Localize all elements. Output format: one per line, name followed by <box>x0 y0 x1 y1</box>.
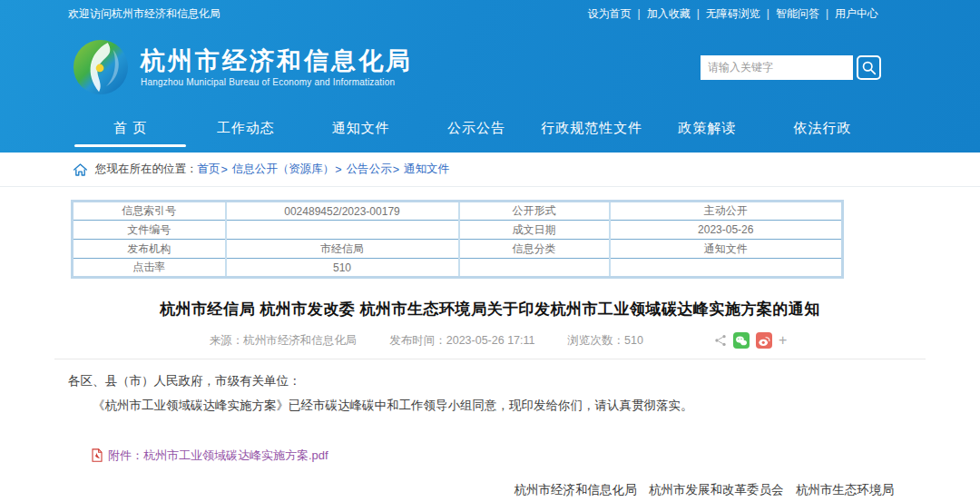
breadcrumb: 您现在所在的位置： 首页 > 信息公开（资源库） > 公告公示 > 通知文件 <box>0 153 980 187</box>
bureau-logo-icon <box>73 39 129 95</box>
signature-block: 杭州市经济和信息化局 杭州市发展和改革委员会 杭州市生态环境局 2023年5月1… <box>54 482 926 502</box>
info-label: 点击率 <box>73 259 226 278</box>
pdf-icon <box>91 448 103 462</box>
breadcrumb-separator: > <box>393 163 399 176</box>
info-label: 信息分类 <box>459 240 610 259</box>
utility-bar: 欢迎访问杭州市经济和信息化局 设为首页 | 加入收藏 | 无障碍浏览 | 智能问… <box>0 0 980 27</box>
banner: 杭州市经济和信息化局 Hangzhou Municipal Bureau of … <box>0 27 980 107</box>
home-icon <box>73 162 88 177</box>
nav-work-news[interactable]: 工作动态 <box>188 107 303 153</box>
more-share-icon[interactable]: + <box>779 333 787 348</box>
nav-announcements[interactable]: 公示公告 <box>418 107 534 153</box>
info-value: 通知文件 <box>610 240 843 259</box>
article-views: 浏览次数：510 <box>568 333 643 349</box>
breadcrumb-separator: > <box>335 163 341 176</box>
info-label: 信息索引号 <box>73 202 226 221</box>
user-center-link[interactable]: 用户中心 <box>835 6 878 22</box>
search-icon <box>861 60 877 75</box>
table-row: 文件编号 成文日期 2023-05-26 <box>73 221 843 240</box>
search-input[interactable] <box>701 55 853 80</box>
nav-law-admin[interactable]: 依法行政 <box>765 107 880 153</box>
article-title: 杭州市经信局 杭州市发改委 杭州市生态环境局关于印发杭州市工业领域碳达峰实施方案… <box>54 299 926 320</box>
nav-notice-files[interactable]: 通知文件 <box>303 107 418 153</box>
paragraph-salutation: 各区、县（市）人民政府，市级有关单位： <box>68 371 926 392</box>
site-header: 欢迎访问杭州市经济和信息化局 设为首页 | 加入收藏 | 无障碍浏览 | 智能问… <box>0 0 980 153</box>
info-label: 公开形式 <box>459 202 610 221</box>
info-value: 2023-05-26 <box>610 221 843 240</box>
signature-agencies: 杭州市经济和信息化局 杭州市发展和改革委员会 杭州市生态环境局 <box>54 482 894 498</box>
nav-policy-interpretation[interactable]: 政策解读 <box>650 107 765 153</box>
table-row: 发布机构 市经信局 信息分类 通知文件 <box>73 240 843 259</box>
nav-normative-docs[interactable]: 行政规范性文件 <box>534 107 650 153</box>
breadcrumb-notice-files[interactable]: 通知文件 <box>404 162 449 177</box>
article-publish-time: 发布时间：2023-05-26 17:11 <box>389 333 534 349</box>
breadcrumb-prefix: 您现在所在的位置： <box>95 162 198 177</box>
search-button[interactable] <box>857 55 881 80</box>
breadcrumb-home[interactable]: 首页 <box>198 162 220 177</box>
site-search <box>701 55 881 80</box>
breadcrumb-announcements[interactable]: 公告公示 <box>347 162 392 177</box>
link-separator: | <box>697 7 700 20</box>
article-source: 来源：杭州市经济和信息化局 <box>210 333 358 349</box>
smart-qa-link[interactable]: 智能问答 <box>776 6 819 22</box>
welcome-text: 欢迎访问杭州市经济和信息化局 <box>68 6 220 22</box>
main-nav: 首 页 工作动态 通知文件 公示公告 行政规范性文件 政策解读 依法行政 <box>73 107 880 153</box>
set-home-link[interactable]: 设为首页 <box>588 6 632 22</box>
info-label: 发布机构 <box>73 240 226 259</box>
info-label: 文件编号 <box>73 221 226 240</box>
site-title-block: 杭州市经济和信息化局 Hangzhou Municipal Bureau of … <box>141 47 413 87</box>
article-page: 信息索引号 002489452/2023-00179 公开形式 主动公开 文件编… <box>0 200 980 502</box>
meta-divider <box>54 359 926 359</box>
link-separator: | <box>826 7 828 20</box>
site-subtitle: Hangzhou Municipal Bureau of Economy and… <box>141 77 413 87</box>
attachment-text: 附件：杭州市工业领域碳达峰实施方案.pdf <box>108 448 328 464</box>
table-row: 点击率 510 <box>73 259 843 278</box>
wechat-share-icon[interactable] <box>733 332 750 349</box>
article-body: 各区、县（市）人民政府，市级有关单位： 《杭州市工业领域碳达峰实施方案》已经市碳… <box>54 371 926 417</box>
info-label <box>459 259 610 278</box>
info-label: 成文日期 <box>459 221 610 240</box>
info-value <box>610 259 843 278</box>
share-bar: + <box>714 332 787 349</box>
link-separator: | <box>638 7 641 20</box>
link-separator: | <box>767 7 769 20</box>
breadcrumb-info-disclosure[interactable]: 信息公开（资源库） <box>232 162 335 177</box>
document-info-table: 信息索引号 002489452/2023-00179 公开形式 主动公开 文件编… <box>71 200 844 279</box>
attachment-link[interactable]: 附件：杭州市工业领域碳达峰实施方案.pdf <box>91 448 926 464</box>
weibo-share-icon[interactable] <box>756 332 772 349</box>
paragraph-main: 《杭州市工业领域碳达峰实施方案》已经市碳达峰碳中和工作领导小组同意，现印发给你们… <box>68 396 926 417</box>
info-value: 市经信局 <box>226 240 459 259</box>
info-value: 002489452/2023-00179 <box>226 202 459 221</box>
info-value: 主动公开 <box>610 202 843 221</box>
article-meta: 来源：杭州市经济和信息化局 发布时间：2023-05-26 17:11 浏览次数… <box>54 332 926 349</box>
info-value <box>226 221 459 240</box>
utility-links: 设为首页 | 加入收藏 | 无障碍浏览 | 智能问答 | 用户中心 <box>588 6 879 22</box>
accessibility-link[interactable]: 无障碍浏览 <box>706 6 760 22</box>
site-title: 杭州市经济和信息化局 <box>141 47 413 75</box>
share-icon[interactable] <box>714 334 727 347</box>
favorite-link[interactable]: 加入收藏 <box>647 6 691 22</box>
nav-home[interactable]: 首 页 <box>73 107 188 153</box>
table-row: 信息索引号 002489452/2023-00179 公开形式 主动公开 <box>73 202 843 221</box>
info-value: 510 <box>226 259 459 278</box>
breadcrumb-separator: > <box>221 163 228 176</box>
